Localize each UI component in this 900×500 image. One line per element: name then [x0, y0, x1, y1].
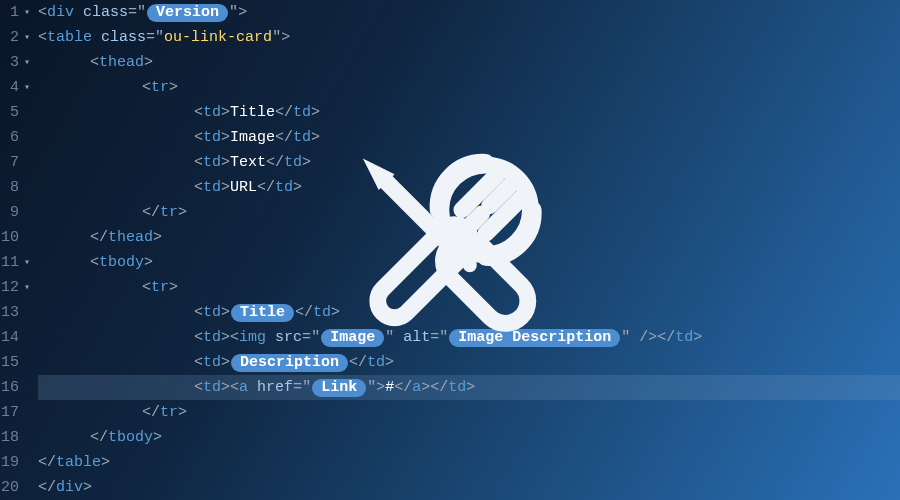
code-line: <td>Title</td> [38, 100, 900, 125]
fold-toggle[interactable]: ▾ [22, 50, 30, 75]
line-number: 16 [0, 375, 32, 400]
code-line: </thead> [38, 225, 900, 250]
line-number: 7 [0, 150, 32, 175]
line-number: 4▾ [0, 75, 32, 100]
placeholder-pill[interactable]: Version [147, 4, 228, 22]
fold-toggle[interactable]: ▾ [22, 25, 30, 50]
code-line: <td>Image</td> [38, 125, 900, 150]
placeholder-pill[interactable]: Link [312, 379, 366, 397]
line-number: 20 [0, 475, 32, 500]
placeholder-pill[interactable]: Title [231, 304, 294, 322]
code-line: <div class="Version"> [38, 0, 900, 25]
code-line: <td>Description</td> [38, 350, 900, 375]
placeholder-pill[interactable]: Image Description [449, 329, 620, 347]
code-line: </tr> [38, 200, 900, 225]
placeholder-pill[interactable]: Description [231, 354, 348, 372]
line-number: 9 [0, 200, 32, 225]
line-number: 3▾ [0, 50, 32, 75]
line-number: 14 [0, 325, 32, 350]
code-line: </tbody> [38, 425, 900, 450]
placeholder-pill[interactable]: Image [321, 329, 384, 347]
fold-toggle[interactable]: ▾ [22, 250, 30, 275]
code-line: <tbody> [38, 250, 900, 275]
line-number: 13 [0, 300, 32, 325]
fold-toggle[interactable]: ▾ [22, 75, 30, 100]
line-number: 10 [0, 225, 32, 250]
code-line: <td>URL</td> [38, 175, 900, 200]
line-number-gutter: 1▾ 2▾ 3▾ 4▾ 5 6 7 8 9 10 11▾ 12▾ 13 14 1… [0, 0, 34, 500]
code-line: </div> [38, 475, 900, 500]
code-line: <tr> [38, 75, 900, 100]
line-number: 8 [0, 175, 32, 200]
line-number: 15 [0, 350, 32, 375]
code-line-active: <td><a href="Link">#</a></td> [38, 375, 900, 400]
fold-toggle[interactable]: ▾ [22, 0, 30, 25]
code-line: <td><img src="Image" alt="Image Descript… [38, 325, 900, 350]
line-number: 5 [0, 100, 32, 125]
line-number: 1▾ [0, 0, 32, 25]
code-line: </tr> [38, 400, 900, 425]
code-line: <tr> [38, 275, 900, 300]
code-line: <thead> [38, 50, 900, 75]
line-number: 17 [0, 400, 32, 425]
line-number: 12▾ [0, 275, 32, 300]
code-line: <td>Text</td> [38, 150, 900, 175]
code-line: </table> [38, 450, 900, 475]
line-number: 6 [0, 125, 32, 150]
line-number: 11▾ [0, 250, 32, 275]
line-number: 2▾ [0, 25, 32, 50]
line-number: 18 [0, 425, 32, 450]
code-editor: 1▾ 2▾ 3▾ 4▾ 5 6 7 8 9 10 11▾ 12▾ 13 14 1… [0, 0, 900, 500]
line-number: 19 [0, 450, 32, 475]
code-area[interactable]: <div class="Version"> <table class="ou-l… [34, 0, 900, 500]
code-line: <table class="ou-link-card"> [38, 25, 900, 50]
code-line: <td>Title</td> [38, 300, 900, 325]
fold-toggle[interactable]: ▾ [22, 275, 30, 300]
